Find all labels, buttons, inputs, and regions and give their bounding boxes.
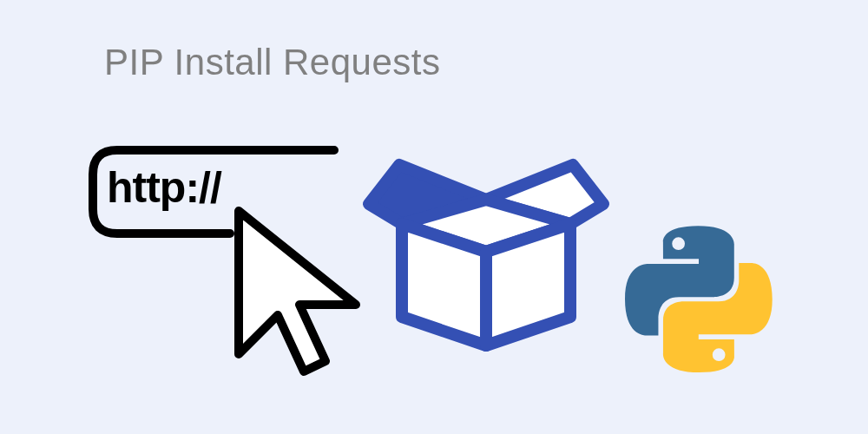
page-title: PIP Install Requests [104, 42, 440, 83]
python-logo-icon [625, 226, 773, 373]
http-protocol-label: http:// [107, 162, 221, 213]
package-box-icon [360, 122, 612, 373]
http-url-graphic: http:// [82, 143, 343, 369]
